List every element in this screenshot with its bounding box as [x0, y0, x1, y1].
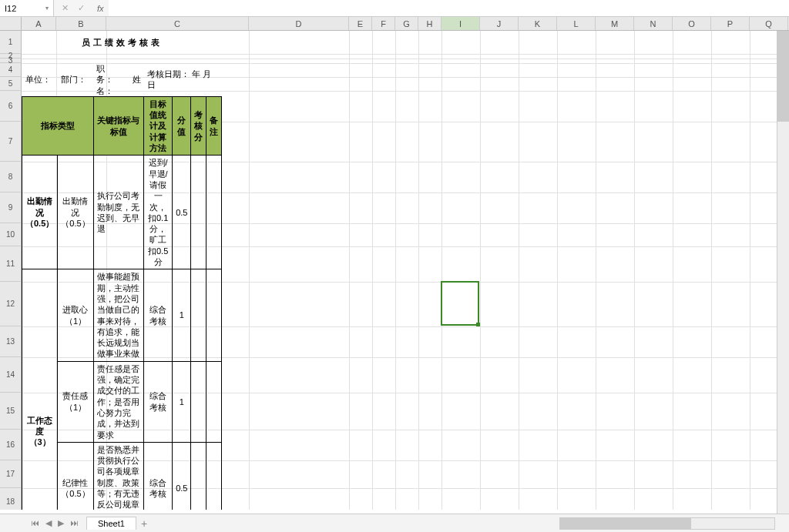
- row-head-16[interactable]: 16: [0, 430, 22, 460]
- cancel-icon: ✕: [62, 3, 69, 13]
- score-cell: 1: [173, 269, 191, 361]
- score-cell: 1: [173, 361, 191, 442]
- col-head-B[interactable]: B: [56, 17, 106, 30]
- col-head-P[interactable]: P: [711, 17, 750, 30]
- name-box[interactable]: I12 ▾: [0, 0, 54, 16]
- indicator-desc: 责任感是否强，确定完成交付的工作；是否用心努力完成，并达到要求: [93, 361, 143, 442]
- remark-cell[interactable]: [206, 269, 222, 361]
- fx-label[interactable]: fx: [92, 4, 109, 13]
- method-cell: 综合考核: [144, 442, 173, 510]
- hdr-remark: 备注: [206, 96, 222, 155]
- assessment-table: 员工绩效考核表 单位： 部门： 职务： 姓名： 考核日期： 年 月 日 指标类型…: [22, 31, 222, 510]
- col-head-F[interactable]: F: [372, 17, 395, 30]
- score-cell: 0.5: [173, 156, 191, 269]
- row-head-14[interactable]: 14: [0, 357, 22, 393]
- col-head-E[interactable]: E: [349, 17, 372, 30]
- meta-dept: 部门：: [58, 63, 93, 96]
- col-head-C[interactable]: C: [106, 17, 249, 30]
- name-box-dropdown-icon[interactable]: ▾: [45, 5, 49, 12]
- hdr-key: 关键指标与标值: [93, 96, 143, 155]
- remark-cell[interactable]: [206, 361, 222, 442]
- row-headers: 1234567891011121314151617181920: [0, 31, 22, 510]
- sub-indicator: 纪律性（0.5）: [58, 442, 93, 510]
- col-head-I[interactable]: I: [442, 17, 480, 30]
- name-box-value: I12: [5, 4, 16, 13]
- row-head-6[interactable]: 6: [0, 91, 22, 122]
- assess-cell[interactable]: [191, 442, 206, 510]
- row-head-13[interactable]: 13: [0, 326, 22, 357]
- row-head-12[interactable]: 12: [0, 282, 22, 326]
- col-head-M[interactable]: M: [596, 17, 634, 30]
- hdr-method: 目标值统计及计算方法: [144, 96, 173, 155]
- indicator-desc: 执行公司考勤制度，无迟到、无早退: [93, 156, 143, 269]
- row-head-5[interactable]: 5: [0, 77, 22, 91]
- table-row: 出勤情况（0.5）出勤情况（0.5）执行公司考勤制度，无迟到、无早退迟到/早退/…: [22, 156, 222, 269]
- row-head-7[interactable]: 7: [0, 122, 22, 162]
- meta-unit: 单位：: [22, 63, 58, 96]
- active-cell-marker: [441, 281, 479, 326]
- page-title: 员工绩效考核表: [22, 31, 222, 54]
- meta-date: 考核日期： 年 月 日: [144, 63, 222, 96]
- table-row: 工作态度（3）进取心（1）做事能超预期，主动性强，把公司当做自己的事来对待，有追…: [22, 269, 222, 361]
- col-head-Q[interactable]: Q: [750, 17, 788, 30]
- row-head-1[interactable]: 1: [0, 31, 22, 54]
- score-cell: 0.5: [173, 442, 191, 510]
- row-head-11[interactable]: 11: [0, 246, 22, 282]
- remark-cell[interactable]: [206, 442, 222, 510]
- sub-indicator: 进取心（1）: [58, 269, 93, 361]
- col-head-O[interactable]: O: [673, 17, 711, 30]
- method-cell: 迟到/早退/请假一次，扣0.1分，旷工扣0.5分: [144, 156, 173, 269]
- assess-cell[interactable]: [191, 269, 206, 361]
- col-head-K[interactable]: K: [519, 17, 557, 30]
- col-head-D[interactable]: D: [249, 17, 349, 30]
- select-all-corner[interactable]: [0, 17, 22, 30]
- col-head-A[interactable]: A: [22, 17, 56, 30]
- row-head-8[interactable]: 8: [0, 162, 22, 192]
- meta-post: 职务：: [96, 64, 113, 84]
- hdr-score: 分值: [173, 96, 191, 155]
- assess-cell[interactable]: [191, 361, 206, 442]
- row-head-15[interactable]: 15: [0, 393, 22, 430]
- row-head-17[interactable]: 17: [0, 460, 22, 488]
- formula-input[interactable]: [109, 0, 789, 16]
- remark-cell[interactable]: [206, 156, 222, 269]
- indicator-desc: 做事能超预期，主动性强，把公司当做自己的事来对待，有追求，能长远规划当做事业来做: [93, 269, 143, 361]
- assess-cell[interactable]: [191, 156, 206, 269]
- confirm-icon: ✓: [78, 3, 85, 13]
- row-head-9[interactable]: 9: [0, 192, 22, 223]
- sub-indicator: 责任感（1）: [58, 361, 93, 442]
- col-head-J[interactable]: J: [480, 17, 519, 30]
- col-head-N[interactable]: N: [634, 17, 673, 30]
- category-cell: 工作态度（3）: [22, 269, 58, 510]
- formula-bar-icons: ✕ ✓: [54, 3, 92, 13]
- category-cell: 出勤情况（0.5）: [22, 156, 58, 269]
- hdr-type: 指标类型: [22, 96, 94, 155]
- scrollbar-vertical[interactable]: [777, 17, 789, 510]
- hdr-assess: 考核分: [191, 96, 206, 155]
- col-head-H[interactable]: H: [418, 17, 442, 30]
- column-headers: ABCDEFGHIJKLMNOPQ: [0, 17, 789, 31]
- col-head-L[interactable]: L: [557, 17, 596, 30]
- row-head-4[interactable]: 4: [0, 63, 22, 77]
- indicator-desc: 是否熟悉并贯彻执行公司各项规章制度、政策等；有无违反公司规章制度的行为发生: [93, 442, 143, 510]
- row-head-10[interactable]: 10: [0, 223, 22, 246]
- method-cell: 综合考核: [144, 269, 173, 361]
- spreadsheet-grid: ABCDEFGHIJKLMNOPQ 1234567891011121314151…: [0, 17, 789, 510]
- col-head-G[interactable]: G: [395, 17, 418, 30]
- formula-bar: I12 ▾ ✕ ✓ fx: [0, 0, 789, 17]
- method-cell: 综合考核: [144, 361, 173, 442]
- sub-indicator: 出勤情况（0.5）: [58, 156, 93, 269]
- row-head-18[interactable]: 18: [0, 488, 22, 510]
